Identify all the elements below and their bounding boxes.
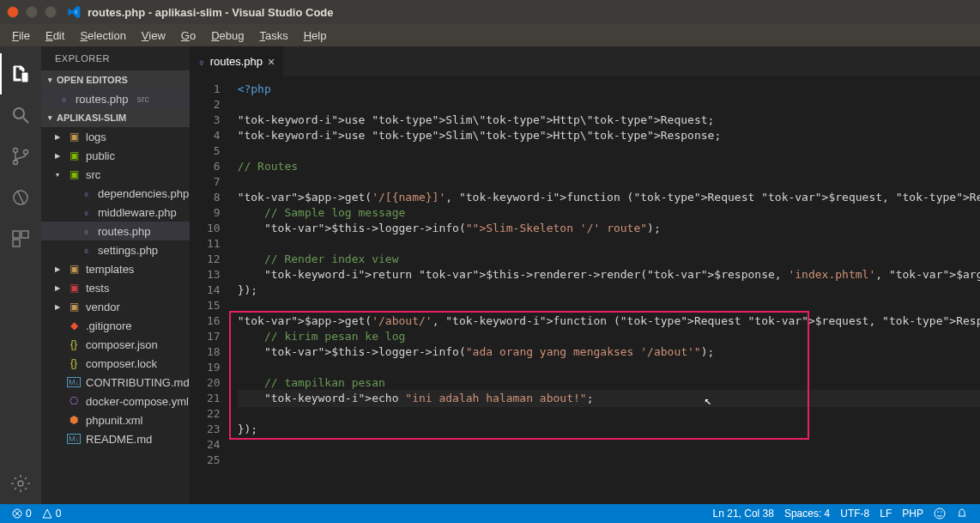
code-line[interactable]: <?php (238, 82, 980, 97)
tree-item[interactable]: ▶▣templates (41, 259, 190, 278)
bug-icon (10, 187, 31, 208)
code-line[interactable]: // Routes (238, 159, 980, 174)
tree-item[interactable]: {}composer.lock (41, 354, 190, 373)
menu-view[interactable]: View (135, 27, 172, 45)
code-line[interactable]: "tok-keyword-i">return "tok-var">$this->… (238, 267, 980, 283)
status-indent[interactable]: Spaces: 4 (779, 508, 835, 520)
status-cursor-position[interactable]: Ln 21, Col 38 (708, 508, 779, 520)
tree-item-label: logs (86, 131, 106, 143)
explorer-sidebar: EXPLORER ▾ OPEN EDITORS ⬨routes.phpsrc ▾… (41, 46, 190, 504)
code-line[interactable]: }); (238, 422, 980, 437)
line-number: 15 (190, 298, 221, 313)
code-line[interactable] (238, 453, 980, 468)
menu-selection[interactable]: Selection (73, 27, 132, 45)
code-line[interactable]: "tok-var">$this->logger->info("ada orang… (238, 344, 980, 360)
menu-go[interactable]: Go (174, 27, 203, 45)
code-line[interactable] (238, 406, 980, 422)
tree-item-label: src (86, 168, 100, 181)
tree-item[interactable]: ▶▣vendor (41, 297, 190, 316)
code-line[interactable] (238, 437, 980, 453)
chevron-icon: ▶ (53, 284, 62, 292)
svg-point-2 (14, 149, 18, 153)
code-line[interactable]: "tok-keyword-i">use "tok-type">Slim\"tok… (238, 113, 980, 128)
svg-point-4 (24, 150, 28, 155)
tree-item[interactable]: ⬨middleware.php (41, 203, 190, 222)
line-number: 7 (190, 174, 221, 190)
open-editors-label: OPEN EDITORS (57, 75, 128, 85)
code-content[interactable]: ↖ <?php "tok-keyword-i">use "tok-type">S… (231, 76, 980, 504)
code-line[interactable] (238, 360, 980, 375)
tree-item[interactable]: ⎔docker-compose.yml (41, 392, 190, 410)
tree-item[interactable]: {}composer.json (41, 335, 190, 354)
status-eol[interactable]: LF (874, 508, 897, 520)
open-editors-header[interactable]: ▾ OPEN EDITORS (41, 70, 190, 89)
status-feedback[interactable] (929, 508, 951, 520)
tab-routes-php[interactable]: ⬨ routes.php × (190, 46, 285, 76)
code-line[interactable]: "tok-var">$app->get('/about/', "tok-keyw… (238, 313, 980, 329)
tree-item[interactable]: ⬨dependencies.php (41, 184, 190, 203)
code-line[interactable]: // Sample log message (238, 205, 980, 221)
menu-file[interactable]: File (5, 27, 37, 45)
tree-item[interactable]: ▾▣src (41, 165, 190, 184)
tree-item-label: dependencies.php (98, 187, 189, 200)
status-encoding[interactable]: UTF-8 (835, 508, 874, 520)
status-errors[interactable]: 0 (7, 508, 37, 520)
window-minimize-button[interactable] (26, 6, 38, 18)
code-line[interactable]: "tok-keyword-i">echo "ini adalah halaman… (238, 390, 980, 407)
menu-tasks[interactable]: Tasks (252, 27, 294, 45)
code-line[interactable] (238, 174, 980, 190)
code-line[interactable]: "tok-keyword-i">use "tok-type">Slim\"tok… (238, 128, 980, 143)
menu-edit[interactable]: Edit (39, 27, 71, 45)
smiley-icon (934, 508, 946, 520)
error-count: 0 (26, 508, 32, 520)
activity-search[interactable] (0, 94, 41, 136)
line-gutter: 1234567891011121314151617181920212223242… (190, 76, 231, 504)
window-close-button[interactable] (7, 6, 19, 18)
status-language[interactable]: PHP (897, 508, 929, 520)
code-line[interactable] (238, 143, 980, 159)
tree-item-label: routes.php (98, 225, 150, 238)
open-editor-item[interactable]: ⬨routes.phpsrc (41, 89, 190, 108)
tree-item[interactable]: ⬢phpunit.xml (41, 410, 190, 429)
status-bell[interactable] (951, 508, 973, 520)
tree-item[interactable]: ▶▣tests (41, 278, 190, 297)
search-icon (10, 105, 31, 125)
chevron-icon: ▶ (53, 303, 62, 311)
svg-point-0 (14, 108, 24, 119)
menu-help[interactable]: Help (297, 27, 334, 45)
tree-item[interactable]: M↓README.md (41, 429, 190, 448)
tree-item[interactable]: ⬨routes.php (41, 222, 190, 240)
code-line[interactable] (238, 298, 980, 313)
code-line[interactable]: }); (238, 283, 980, 298)
code-line[interactable] (238, 97, 980, 113)
code-line[interactable]: "tok-var">$app->get('/[{name}]', "tok-ke… (238, 190, 980, 205)
window-maximize-button[interactable] (45, 6, 57, 18)
close-icon[interactable]: × (268, 55, 275, 69)
menu-debug[interactable]: Debug (204, 27, 251, 45)
code-line[interactable]: // Render index view (238, 252, 980, 267)
status-warnings[interactable]: 0 (37, 508, 67, 520)
activity-settings[interactable] (0, 463, 41, 504)
code-line[interactable] (238, 236, 980, 252)
tree-item[interactable]: ▶▣public (41, 146, 190, 165)
git-branch-icon (10, 146, 31, 167)
project-header[interactable]: ▾ APLIKASI-SLIM (41, 108, 190, 127)
code-line[interactable]: // kirim pesan ke log (238, 329, 980, 344)
project-label: APLIKASI-SLIM (57, 113, 126, 123)
svg-point-10 (18, 481, 23, 486)
warning-count: 0 (56, 508, 62, 520)
activity-extensions[interactable] (0, 218, 41, 259)
activity-scm[interactable] (0, 136, 41, 177)
code-editor[interactable]: 1234567891011121314151617181920212223242… (190, 76, 980, 504)
svg-line-6 (17, 191, 24, 204)
code-line[interactable]: "tok-var">$this->logger->info("">Slim-Sk… (238, 221, 980, 236)
activity-explorer[interactable] (0, 53, 41, 94)
window-titlebar: routes.php - aplikasi-slim - Visual Stud… (0, 0, 980, 24)
tree-item[interactable]: ◆.gitignore (41, 316, 190, 335)
tree-item[interactable]: ▶▣logs (41, 127, 190, 146)
code-line[interactable]: // tampilkan pesan (238, 375, 980, 391)
tree-item[interactable]: ⬨settings.php (41, 240, 190, 259)
activity-debug[interactable] (0, 177, 41, 218)
line-number: 1 (190, 82, 221, 97)
tree-item[interactable]: M↓CONTRIBUTING.md (41, 373, 190, 392)
